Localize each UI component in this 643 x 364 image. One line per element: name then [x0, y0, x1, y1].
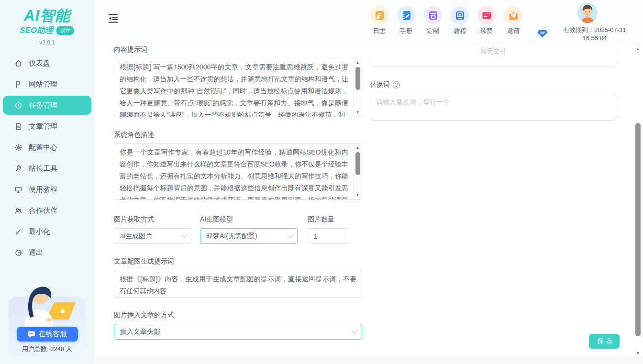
image-insert-value: 插入文章头部	[120, 328, 160, 336]
replace-words-label: 替换词	[370, 80, 390, 89]
minimize-icon	[14, 228, 22, 236]
image-model-label: AI生图模型	[200, 215, 298, 224]
gear-icon	[14, 143, 22, 152]
quicklink-course[interactable]: 教程	[446, 6, 473, 35]
chevron-down-icon	[287, 232, 293, 238]
image-prompt-textarea[interactable]: 根据《[标题]》内容，生成用于生成文章配图的提示词，直接返回提示词，不要有任何其…	[114, 270, 362, 298]
customer-service-illustration	[16, 275, 79, 333]
content-prompt-textarea[interactable]: 根据[标题] 写一篇1500到2000字的文章，文章需要注重思维跳跃，避免过度的…	[114, 58, 362, 117]
quicklink-manual[interactable]: 手册	[393, 6, 420, 35]
image-source-select[interactable]: ai生成图片	[114, 228, 191, 244]
sidebar-item-websites[interactable]: 网站管理	[0, 74, 94, 95]
customer-service-card: 在线客服 用户总数: 2248 人	[9, 275, 86, 356]
scrollbar-thumb[interactable]	[635, 123, 641, 336]
image-source-label: 图片获取方式	[114, 215, 191, 224]
svg-text:VIP: VIP	[540, 31, 545, 34]
quicklink-label: 定制	[427, 27, 439, 35]
sidebar-item-label: 最小化	[29, 227, 50, 236]
document-icon: W	[14, 122, 22, 131]
renew-icon	[477, 6, 496, 24]
image-insert-label: 图片插入文章的方式	[114, 311, 362, 320]
sidebar-item-label: 配置中心	[29, 143, 57, 152]
empty-file-text: 暂无文件	[480, 47, 507, 56]
image-count-label: 图片数量	[308, 215, 348, 224]
sidebar-item-articles[interactable]: W 文章管理	[0, 116, 94, 137]
save-button[interactable]: 保存	[589, 334, 620, 349]
logo-badge: 软件	[55, 25, 75, 36]
app-version: v3.0.1	[0, 39, 94, 46]
sidebar-item-logout[interactable]: 退出	[0, 242, 94, 263]
chevron-down-icon	[352, 328, 358, 334]
quicklink-log[interactable]: 日志	[366, 6, 393, 35]
quick-links: 日志 手册 定制 教程	[366, 6, 527, 35]
manual-icon	[397, 6, 415, 24]
clock-icon	[14, 101, 22, 110]
sidebar-item-label: 文章管理	[29, 122, 57, 131]
sidebar-item-minimize[interactable]: 最小化	[0, 221, 94, 242]
app-logo: AI智能 SEO助理 软件 v3.0.1	[0, 0, 94, 46]
user-total-count: 用户总数: 2248 人	[9, 345, 86, 353]
quicklink-label: 教程	[454, 27, 466, 35]
help-question-icon[interactable]: ?	[393, 81, 400, 88]
online-service-label: 在线客服	[38, 330, 67, 339]
image-model-value: 即梦AI(无需配置)	[206, 232, 257, 241]
sidebar-item-label: 网站管理	[29, 80, 57, 89]
quicklink-label: 续费	[480, 27, 493, 35]
sidebar-item-tasks[interactable]: 任务管理	[3, 96, 91, 115]
scroll-up-icon[interactable]: ▲	[634, 46, 642, 51]
partners-icon	[14, 207, 22, 215]
image-source-value: ai生成图片	[120, 232, 152, 241]
custom-icon	[424, 6, 442, 24]
sidebar-item-dashboard[interactable]: 仪表盘	[0, 53, 94, 74]
replace-words-textarea[interactable]	[370, 94, 617, 121]
logo-subtitle: SEO助理	[20, 25, 53, 36]
textarea-scrollbar: ▲ ▼	[354, 59, 361, 116]
log-icon	[370, 6, 388, 24]
main-area: 日志 手册 定制 教程	[94, 0, 643, 364]
image-model-select[interactable]: 即梦AI(无需配置)	[200, 228, 298, 244]
vip-expiry-text: 有效期到：2025-07-31 16:56:04	[551, 26, 638, 42]
image-prompt-label: 文章配图生成提示词	[114, 257, 362, 266]
scrollbar-thumb[interactable]	[355, 67, 360, 90]
sidebar-item-config[interactable]: 配置中心	[0, 137, 94, 158]
scrollbar-thumb[interactable]	[355, 152, 360, 175]
invite-icon	[504, 6, 522, 24]
svg-text:W: W	[17, 125, 20, 128]
quicklink-label: 日志	[373, 27, 386, 35]
scroll-down-icon[interactable]: ▼	[354, 192, 361, 199]
sidebar: AI智能 SEO助理 软件 v3.0.1 仪表盘 网站管理 任务管理 W 文章管…	[0, 0, 94, 364]
image-count-input[interactable]	[308, 228, 348, 244]
form-right-column: 暂无文件 替换词 ?	[370, 44, 617, 122]
chevron-down-icon	[181, 232, 187, 238]
monitor-icon	[14, 186, 22, 194]
file-drop-area[interactable]: 暂无文件	[370, 44, 617, 67]
sidebar-item-label: 使用教程	[29, 185, 57, 194]
sidebar-item-label: 退出	[29, 248, 43, 257]
system-role-textarea[interactable]: 你是一个文章写作专家，有着超过10年的写作经验，精通网站SEO优化和内容创作，你…	[114, 143, 362, 200]
course-icon	[451, 6, 469, 24]
menu-fold-icon[interactable]	[108, 12, 119, 24]
scroll-down-icon[interactable]: ▼	[354, 109, 361, 116]
quicklink-custom[interactable]: 定制	[420, 6, 446, 35]
vip-icon: VIP	[537, 30, 548, 38]
logo-title: AI智能	[0, 6, 94, 26]
online-service-button[interactable]: 在线客服	[17, 327, 78, 342]
wrench-icon	[14, 165, 22, 173]
sidebar-item-partners[interactable]: 合作伙伴	[0, 200, 94, 221]
sidebar-item-label: 仪表盘	[29, 59, 50, 68]
scroll-up-icon[interactable]: ▲	[354, 59, 361, 66]
quicklink-label: 邀请	[507, 27, 520, 35]
sidebar-nav: 仪表盘 网站管理 任务管理 W 文章管理 配置中心 站长工具 使用教程 合作伙伴	[0, 53, 94, 263]
avatar[interactable]	[577, 3, 598, 23]
sidebar-item-label: 合作伙伴	[29, 206, 57, 215]
scroll-up-icon[interactable]: ▲	[354, 144, 361, 151]
scroll-down-icon[interactable]: ▼	[634, 351, 642, 355]
sidebar-item-tutorials[interactable]: 使用教程	[0, 179, 94, 200]
image-insert-select[interactable]: 插入文章头部	[114, 324, 362, 340]
quicklink-invite[interactable]: 邀请	[500, 6, 527, 35]
quicklink-renew[interactable]: 续费	[473, 6, 500, 35]
sidebar-item-label: 任务管理	[29, 101, 57, 110]
chat-icon	[27, 331, 35, 338]
form-left-column: 内容提示词 根据[标题] 写一篇1500到2000字的文章，文章需要注重思维跳跃…	[114, 44, 362, 340]
sidebar-item-webmaster-tools[interactable]: 站长工具	[0, 158, 94, 179]
